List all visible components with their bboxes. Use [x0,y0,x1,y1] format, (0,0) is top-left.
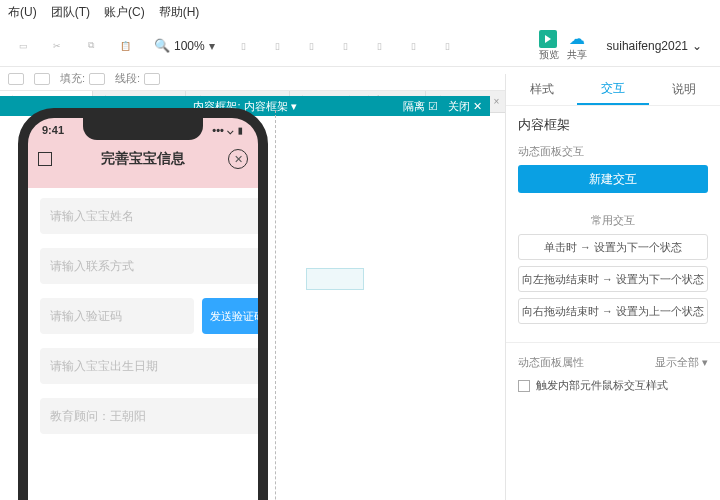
chevron-down-icon: ▾ [209,39,215,53]
close-frame[interactable]: 关闭 ✕ [448,99,482,114]
tool-cut[interactable]: ✂ [42,31,72,61]
status-time: 9:41 [42,124,64,137]
chevron-down-icon: ⌄ [692,39,702,53]
tool-select[interactable]: ▭ [8,31,38,61]
tool-align-c[interactable]: ▯ [263,31,293,61]
phone-frame: 9:41 ••• ⌵ ▮ 完善宝宝信息 ✕ 请输入宝宝姓名 请输入联系方式 请输… [18,108,268,500]
app-title: 完善宝宝信息 [101,150,185,168]
guide-line [275,110,276,500]
tool-dist[interactable]: ▯ [331,31,361,61]
hover-style-checkbox[interactable] [518,380,530,392]
menu-layout[interactable]: 布(U) [8,4,37,21]
status-icons: ••• ⌵ ▮ [212,124,244,137]
menu-help[interactable]: 帮助(H) [159,4,200,21]
canvas[interactable]: 9:41 ••• ⌵ ▮ 完善宝宝信息 ✕ 请输入宝宝姓名 请输入联系方式 请输… [0,116,490,500]
menu-team[interactable]: 团队(T) [51,4,90,21]
show-all-toggle[interactable]: 显示全部 ▾ [655,355,708,370]
tab-interaction[interactable]: 交互 [577,74,648,105]
tool-hide[interactable]: ▯ [433,31,463,61]
tool-copy[interactable]: ⧉ [76,31,106,61]
isolate-toggle[interactable]: 隔离 ☑ [403,99,438,114]
baby-name-input[interactable]: 请输入宝宝姓名 [40,198,268,234]
form-area: 请输入宝宝姓名 请输入联系方式 请输入验证码 发送验证码 5 请输入宝宝出生日期… [28,188,268,500]
selection-name[interactable]: 内容框架 [518,116,708,134]
note-badge[interactable]: 5 [262,288,268,300]
share-label: 共享 [567,48,587,62]
zoom-control[interactable]: 🔍 100% ▾ [144,38,225,53]
anim-section-label: 动态面板交互 [518,144,708,159]
preview-label: 预览 [539,48,559,62]
phone-input[interactable]: 请输入联系方式 [40,248,268,284]
user-menu[interactable]: suihaifeng2021 ⌄ [597,39,712,53]
app-bar: 完善宝宝信息 ✕ [28,141,258,177]
preset-swipe-left[interactable]: 向左拖动结束时 → 设置为下一个状态 [518,266,708,292]
tool-align-l[interactable]: ▯ [229,31,259,61]
tool-lock[interactable]: ▯ [399,31,429,61]
close-icon[interactable]: × [493,96,499,107]
fill-label: 填充: [60,71,85,86]
menu-icon[interactable] [38,152,52,166]
preset-click-next[interactable]: 单击时 → 设置为下一个状态 [518,234,708,260]
menu-bar: 布(U) 团队(T) 账户(C) 帮助(H) [0,0,720,25]
note-badge[interactable]: 2 [262,338,268,350]
tool-paste[interactable]: 📋 [110,31,140,61]
share-icon[interactable]: ☁ [567,29,587,48]
opt-a[interactable] [8,73,24,85]
opt-b[interactable] [34,73,50,85]
line-label: 线段: [115,71,140,86]
inspector-panel: 样式 交互 说明 内容框架 动态面板交互 新建交互 常用交互 单击时 → 设置为… [505,74,720,500]
tab-style[interactable]: 样式 [506,74,577,105]
tool-group[interactable]: ▯ [365,31,395,61]
send-code-button[interactable]: 发送验证码 [202,298,268,334]
fill-swatch[interactable] [89,73,105,85]
phone-notch [83,118,203,140]
birthday-input[interactable]: 请输入宝宝出生日期 [40,348,268,384]
preset-swipe-right[interactable]: 向右拖动结束时 → 设置为上一个状态 [518,298,708,324]
helper-box[interactable] [306,268,364,290]
menu-account[interactable]: 账户(C) [104,4,145,21]
inspector-tabs: 样式 交互 说明 [506,74,720,106]
user-name: suihaifeng2021 [607,39,688,53]
tool-align-r[interactable]: ▯ [297,31,327,61]
close-icon[interactable]: ✕ [228,149,248,169]
advisor-field[interactable]: 教育顾问：王朝阳 [40,398,268,434]
props-label: 动态面板属性 [518,355,584,370]
line-swatch[interactable] [144,73,160,85]
preview-icon[interactable] [539,30,557,48]
preset-heading: 常用交互 [518,213,708,228]
new-interaction-button[interactable]: 新建交互 [518,165,708,193]
code-input[interactable]: 请输入验证码 [40,298,194,334]
main-toolbar: ▭ ✂ ⧉ 📋 🔍 100% ▾ ▯ ▯ ▯ ▯ ▯ ▯ ▯ 预览 ☁ 共享 s… [0,25,720,67]
note-badge[interactable]: 1 [262,388,268,400]
zoom-value: 100% [174,39,205,53]
hover-style-label: 触发内部元件鼠标交互样式 [536,378,668,393]
tab-notes[interactable]: 说明 [649,74,720,105]
search-icon: 🔍 [154,38,170,53]
